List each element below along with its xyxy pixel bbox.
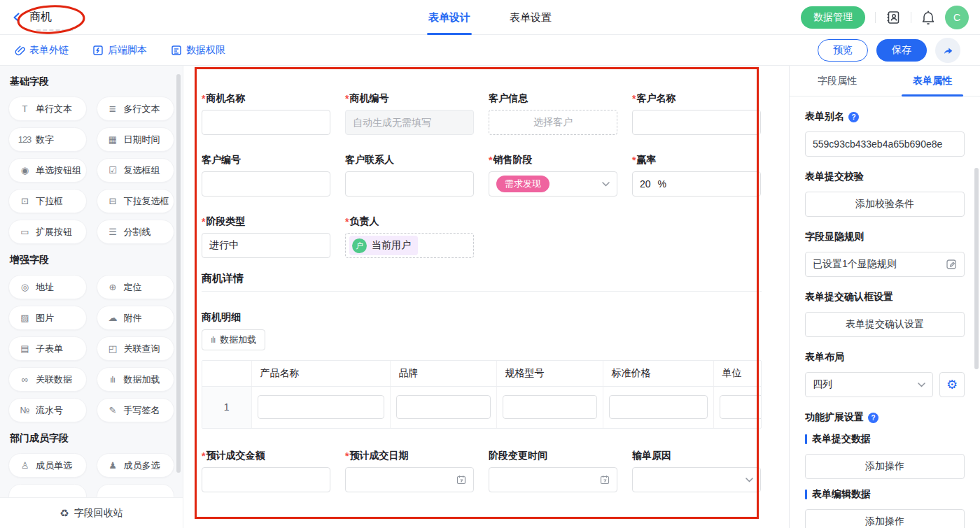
field-pill[interactable]: ✎ 手写签名 — [97, 398, 175, 422]
field-pill[interactable]: ⊡ 下拉框 — [8, 189, 87, 213]
field-pill[interactable]: ♟ 成员多选 — [97, 453, 175, 478]
field-customer-no[interactable]: 客户编号 — [202, 154, 330, 197]
tab-field-props[interactable]: 字段属性 — [790, 66, 885, 96]
field-type-icon: 123 — [18, 134, 31, 145]
field-pill[interactable]: 123 数字 — [8, 127, 87, 152]
panel-scrollbar[interactable] — [974, 168, 979, 369]
field-opp-no[interactable]: *商机编号 — [345, 92, 474, 135]
lose-reason-select[interactable] — [632, 467, 761, 492]
field-owner[interactable]: *负责人 户 当前用户 — [345, 215, 474, 258]
alias-input[interactable] — [805, 131, 965, 157]
required-mark: * — [345, 450, 349, 462]
chevron-down-icon — [746, 478, 753, 483]
stage-change-time-picker[interactable] — [489, 467, 617, 492]
field-pill-label: 附件 — [124, 312, 142, 324]
product-name-cell-input[interactable] — [258, 395, 384, 419]
data-permission-action[interactable]: 数据权限 — [171, 44, 225, 57]
share-button[interactable] — [935, 38, 960, 63]
field-customer-name[interactable]: *客户名称 — [632, 92, 761, 135]
field-pill-label: 数据加载 — [124, 373, 160, 386]
tab-form-props[interactable]: 表单属性 — [885, 66, 980, 96]
col-brand: 品牌 — [390, 361, 496, 386]
field-pill[interactable]: № 流水号 — [8, 398, 87, 422]
std-price-cell-input[interactable] — [609, 395, 708, 419]
preview-button[interactable]: 预览 — [818, 39, 868, 62]
layout-label: 表单布局 — [805, 351, 844, 364]
layout-select[interactable]: 四列 — [805, 372, 933, 397]
field-pill[interactable]: ◎ 地址 — [8, 275, 87, 299]
form-designer-app: 商机 表单设计 表单设置 数据管理 — [0, 0, 980, 528]
field-pill[interactable]: ▨ 图片 — [8, 306, 87, 330]
field-pill[interactable]: ☑ 复选框组 — [97, 158, 175, 183]
field-lose-reason[interactable]: 输单原因 — [632, 450, 761, 492]
external-link-action[interactable]: 表单外链 — [14, 44, 69, 57]
required-mark: * — [345, 93, 349, 104]
field-pill[interactable]: ◉ 单选按钮组 — [8, 158, 87, 183]
field-label: 商机名称 — [206, 92, 245, 105]
group-title-member: 部门成员字段 — [10, 432, 174, 445]
field-pill[interactable]: ♙ 成员单选 — [8, 453, 87, 478]
layout-settings-button[interactable]: ⚙ — [939, 372, 965, 397]
submit-data-add-button[interactable]: 添加操作 — [805, 454, 965, 479]
customer-contact-input[interactable] — [345, 171, 474, 197]
help-icon[interactable]: ? — [868, 413, 878, 423]
stage-type-input[interactable] — [202, 233, 330, 258]
data-load-button[interactable]: ılı 数据加载 — [202, 329, 265, 350]
spec-cell-input[interactable] — [503, 395, 597, 419]
brand-cell-input[interactable] — [396, 395, 491, 419]
field-expected-amount[interactable]: *预计成交金额 — [202, 450, 330, 492]
user-avatar[interactable]: C — [945, 6, 969, 29]
field-type-icon: ∞ — [18, 374, 31, 385]
field-pill[interactable]: ∞ 关联数据 — [8, 367, 87, 392]
field-pill[interactable]: ◰ 关联查询 — [97, 336, 175, 361]
edit-data-add-button[interactable]: 添加操作 — [805, 509, 965, 528]
field-stage-type[interactable]: *阶段类型 — [202, 215, 330, 258]
edit-icon[interactable] — [946, 259, 957, 270]
backend-script-action[interactable]: 后端脚本 — [92, 44, 147, 57]
field-pill[interactable]: ⊕ 定位 — [97, 275, 175, 299]
field-opp-name[interactable]: *商机名称 — [202, 92, 330, 135]
field-pill[interactable]: ☁ 附件 — [97, 306, 175, 330]
field-customer-info[interactable]: 客户信息 选择客户 — [489, 92, 617, 135]
customer-picker[interactable]: 选择客户 — [489, 110, 617, 135]
customer-name-input[interactable] — [632, 110, 761, 135]
owner-picker[interactable]: 户 当前用户 — [345, 233, 474, 258]
field-pill-label: 扩展按钮 — [36, 226, 72, 238]
win-rate-input[interactable]: 20 % — [632, 171, 761, 197]
field-pill[interactable]: T 单行文本 — [8, 97, 87, 121]
field-stage-change-time[interactable]: 阶段变更时间 — [489, 450, 617, 492]
opp-name-input[interactable] — [202, 110, 330, 135]
visibility-rule-box[interactable]: 已设置1个显隐规则 — [805, 252, 965, 277]
field-sales-stage[interactable]: *销售阶段 需求发现 — [489, 154, 617, 197]
section-divider — [202, 291, 762, 292]
submit-confirm-button[interactable]: 表单提交确认设置 — [805, 312, 965, 337]
add-validation-button[interactable]: 添加校验条件 — [805, 192, 965, 217]
field-pill[interactable]: ılı 数据加载 — [97, 367, 175, 392]
field-recycle-bin[interactable]: ♻ 字段回收站 — [0, 497, 183, 528]
expected-amount-input[interactable] — [202, 467, 330, 492]
notification-bell-icon[interactable] — [921, 10, 935, 25]
tab-form-design[interactable]: 表单设计 — [428, 0, 470, 35]
field-pill[interactable]: ▤ 子表单 — [8, 336, 87, 361]
contact-book-icon[interactable] — [886, 10, 901, 25]
field-pill[interactable]: ⊟ 下拉复选框 — [97, 189, 175, 213]
field-pill[interactable]: ≣ 多行文本 — [97, 97, 175, 121]
field-pill[interactable]: ▦ 日期时间 — [97, 127, 175, 152]
back-button[interactable] — [11, 12, 22, 23]
field-pill-label: 复选框组 — [124, 164, 160, 177]
field-pill[interactable]: ☰ 分割线 — [97, 220, 175, 244]
customer-no-input[interactable] — [202, 171, 330, 197]
help-icon[interactable]: ? — [848, 112, 859, 122]
expected-date-picker[interactable] — [345, 467, 474, 492]
recycle-icon: ♻ — [59, 507, 69, 520]
field-win-rate[interactable]: *赢率 20 % — [632, 154, 761, 197]
tab-form-settings[interactable]: 表单设置 — [510, 0, 552, 35]
field-expected-date[interactable]: *预计成交日期 — [345, 450, 474, 492]
save-button[interactable]: 保存 — [876, 39, 927, 62]
sidebar-scrollbar[interactable] — [176, 74, 181, 473]
sales-stage-select[interactable]: 需求发现 — [489, 171, 617, 197]
data-manage-button[interactable]: 数据管理 — [801, 6, 865, 29]
unit-cell-input[interactable] — [720, 395, 762, 419]
field-pill[interactable]: ▭ 扩展按钮 — [8, 220, 87, 244]
field-customer-contact[interactable]: 客户联系人 — [345, 154, 474, 197]
